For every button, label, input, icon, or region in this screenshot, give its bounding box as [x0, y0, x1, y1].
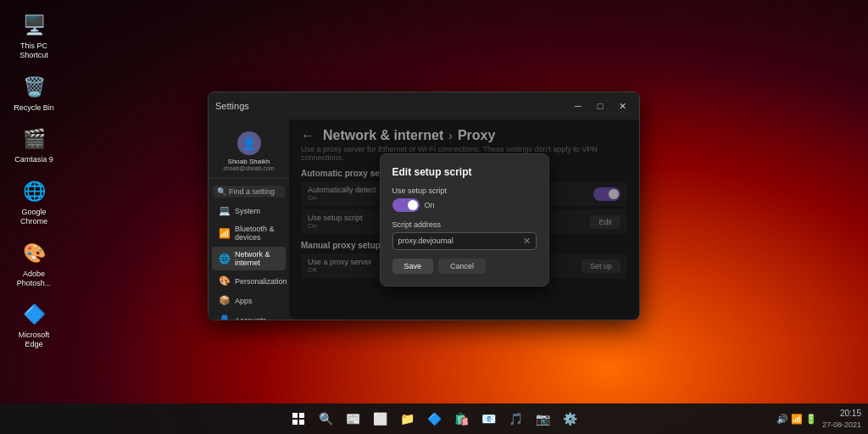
taskbar-sys-icons: 🔊 📶 🔋 — [776, 414, 817, 425]
search-input[interactable] — [229, 187, 281, 196]
taskbar-time: 20:15 — [822, 408, 861, 420]
search-icon: 🔍 — [217, 187, 226, 196]
desktop-icon-camtasia[interactable]: 🎬 Camtasia 9 — [8, 122, 59, 168]
taskbar-mail-button[interactable]: 📧 — [476, 407, 500, 431]
window-title: Settings — [215, 101, 249, 111]
titlebar-controls: ─ □ ✕ — [568, 97, 632, 114]
taskbar: 🔍 📰 ⬜ 📁 🔷 🛍️ 📧 🎵 📷 ⚙️ 🔊 📶 🔋 20:15 27-08-… — [0, 403, 868, 434]
sidebar-item-label-bluetooth: Bluetooth & devices — [235, 225, 279, 242]
sidebar-item-system[interactable]: 💻 System — [212, 202, 286, 220]
taskbar-datetime: 20:15 27-08-2021 — [822, 408, 861, 431]
window-body: 👤 Shoab Shaikh shoab@shoab.com 🔍 💻 Syste… — [209, 120, 639, 320]
apps-icon: 📦 — [219, 295, 231, 306]
sidebar-item-label-system: System — [235, 207, 260, 215]
personalization-icon: 🎨 — [219, 275, 231, 287]
modal-toggle-state: On — [425, 201, 435, 209]
modal-toggle-row: On — [392, 198, 537, 212]
cancel-button[interactable]: Cancel — [438, 259, 486, 274]
user-email: shoab@shoab.com — [223, 165, 274, 171]
taskbar-date: 27-08-2021 — [822, 420, 861, 431]
chrome-icon: 🌐 — [20, 178, 47, 205]
maximize-button[interactable]: □ — [590, 97, 610, 114]
search-box[interactable]: 🔍 — [213, 186, 285, 198]
photoshop-icon: 🎨 — [20, 240, 47, 267]
sidebar-item-label-personalization: Personalization — [235, 277, 287, 286]
settings-sidebar: 👤 Shoab Shaikh shoab@shoab.com 🔍 💻 Syste… — [209, 120, 289, 320]
sidebar-item-bluetooth[interactable]: 📶 Bluetooth & devices — [212, 221, 286, 245]
taskbar-center: 🔍 📰 ⬜ 📁 🔷 🛍️ 📧 🎵 📷 ⚙️ — [287, 407, 581, 431]
sidebar-item-apps[interactable]: 📦 Apps — [212, 292, 286, 309]
this-pc-label: This PC Shortcut — [12, 42, 56, 60]
modal-footer: Save Cancel — [392, 259, 537, 274]
sidebar-item-label-apps: Apps — [235, 297, 253, 305]
modal-title: Edit setup script — [392, 166, 537, 178]
bluetooth-icon: 📶 — [219, 228, 231, 239]
desktop-icon-photoshop[interactable]: 🎨 Adobe Photosh... — [8, 236, 59, 292]
avatar: 👤 — [237, 131, 261, 155]
sidebar-item-label-accounts: Accounts — [235, 316, 266, 320]
edit-setup-dialog: Edit setup script Use setup script On Sc… — [380, 153, 549, 287]
photoshop-label: Adobe Photosh... — [12, 270, 56, 288]
recycle-bin-label: Recycle Bin — [14, 103, 54, 113]
taskbar-settings-button[interactable]: ⚙️ — [558, 407, 581, 431]
camtasia-icon: 🎬 — [20, 125, 47, 153]
chrome-label: Google Chrome — [12, 208, 56, 226]
settings-window: Settings ─ □ ✕ 👤 Shoab Shaikh shoab@shoa… — [208, 92, 640, 320]
network-icon: 🌐 — [219, 253, 231, 264]
desktop: 🖥️ This PC Shortcut 🗑️ Recycle Bin 🎬 Cam… — [0, 0, 868, 434]
taskbar-explorer-button[interactable]: 📁 — [395, 407, 419, 431]
system-icon: 💻 — [219, 205, 231, 216]
taskbar-edge-button[interactable]: 🔷 — [422, 407, 446, 431]
save-button[interactable]: Save — [392, 259, 434, 274]
accounts-icon: 👤 — [219, 314, 231, 320]
desktop-icon-chrome[interactable]: 🌐 Google Chrome — [8, 175, 59, 230]
taskbar-multitask-button[interactable]: ⬜ — [368, 407, 392, 431]
script-address-input-row: ✕ — [392, 232, 537, 250]
this-pc-icon: 🖥️ — [20, 12, 47, 39]
window-titlebar: Settings ─ □ ✕ — [209, 92, 639, 120]
taskbar-widgets-button[interactable]: 📰 — [341, 407, 364, 431]
taskbar-right: 🔊 📶 🔋 20:15 27-08-2021 — [776, 408, 868, 431]
taskbar-camera-button[interactable]: 📷 — [531, 407, 554, 431]
camtasia-label: Camtasia 9 — [14, 155, 53, 164]
desktop-icon-recycle-bin[interactable]: 🗑️ Recycle Bin — [8, 70, 59, 116]
recycle-bin-icon: 🗑️ — [20, 74, 47, 101]
sidebar-item-accounts[interactable]: 👤 Accounts — [212, 311, 286, 320]
edge-label: Microsoft Edge — [12, 331, 56, 349]
sidebar-item-personalization[interactable]: 🎨 Personalization — [212, 272, 286, 290]
user-profile-area: 👤 Shoab Shaikh shoab@shoab.com — [209, 126, 289, 179]
desktop-icons-area: 🖥️ This PC Shortcut 🗑️ Recycle Bin 🎬 Cam… — [8, 8, 59, 353]
taskbar-store-button[interactable]: 🛍️ — [449, 407, 473, 431]
desktop-icon-this-pc[interactable]: 🖥️ This PC Shortcut — [8, 8, 59, 64]
start-button[interactable] — [287, 407, 310, 431]
sidebar-item-network[interactable]: 🌐 Network & internet — [212, 247, 286, 270]
modal-toggle-field-label: Use setup script — [392, 186, 537, 195]
taskbar-spotify-button[interactable]: 🎵 — [504, 407, 527, 431]
modal-use-script-toggle[interactable] — [392, 198, 420, 212]
script-address-label: Script address — [392, 220, 537, 229]
taskbar-search-button[interactable]: 🔍 — [314, 407, 337, 431]
desktop-icon-edge[interactable]: 🔷 Microsoft Edge — [8, 298, 59, 353]
sidebar-item-label-network: Network & internet — [235, 250, 279, 267]
edge-icon: 🔷 — [20, 301, 47, 328]
clear-input-icon[interactable]: ✕ — [523, 236, 531, 247]
close-button[interactable]: ✕ — [612, 97, 632, 114]
script-address-input[interactable] — [398, 236, 523, 245]
script-address-group: Script address ✕ — [392, 220, 537, 250]
modal-overlay: Edit setup script Use setup script On Sc… — [289, 120, 639, 320]
minimize-button[interactable]: ─ — [568, 97, 588, 114]
user-name: Shoab Shaikh — [228, 158, 270, 165]
main-content-area: ← Network & internet › Proxy Use a proxy… — [289, 120, 639, 320]
